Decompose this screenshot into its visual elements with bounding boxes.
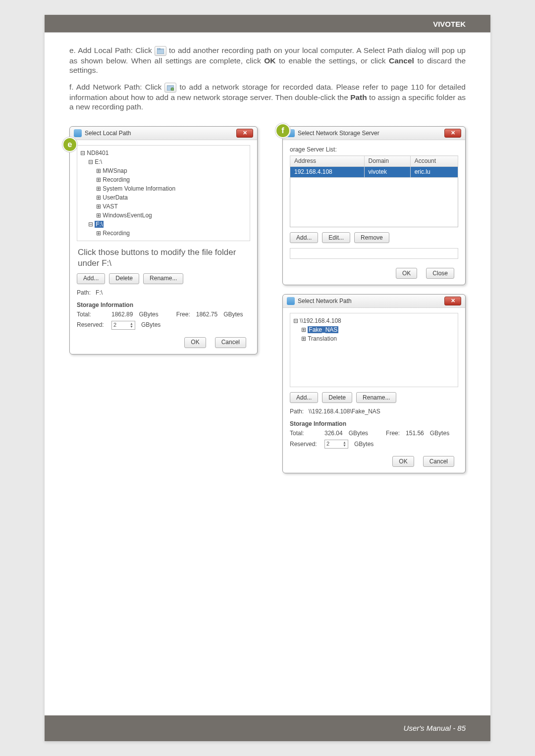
tree-node[interactable]: Translation — [308, 335, 337, 342]
dialog-select-local-path: Select Local Path ✕ ⊟ ND8401 ⊟ E:\ ⊞ MWS… — [69, 126, 258, 354]
folder-local-icon — [155, 46, 166, 56]
app-icon — [287, 297, 295, 305]
path-value: \\192.168.4.108\Fake_NAS — [309, 408, 380, 415]
tree-node[interactable]: Recording — [103, 230, 130, 237]
unit: GBytes — [349, 430, 368, 437]
free-label: Free: — [386, 430, 400, 437]
delete-button[interactable]: Delete — [109, 273, 139, 284]
add-button[interactable]: Add... — [290, 392, 318, 403]
page-footer: User's Manual - 85 — [404, 724, 466, 732]
dialog-select-network-storage-server: Select Network Storage Server ✕ orage Se… — [282, 126, 466, 285]
text: to enable the settings, or click — [279, 56, 389, 65]
reserved-value: 2 — [113, 322, 116, 329]
tree-node-selected[interactable]: F:\ — [95, 221, 104, 228]
storage-info-title: Storage Information — [290, 420, 458, 428]
folder-tree[interactable]: ⊟ \\192.168.4.108 ⊞ Fake_NAS ⊞ Translati… — [290, 313, 458, 387]
tree-node[interactable]: System Volume Information — [103, 185, 175, 192]
footer-text: User's Manual - 85 — [404, 724, 466, 732]
header-bar: VIVOTEK — [45, 15, 490, 33]
free-label: Free: — [176, 311, 190, 318]
close-icon[interactable]: ✕ — [444, 297, 461, 305]
reserved-label: Reserved: — [290, 441, 319, 448]
svg-rect-1 — [157, 48, 160, 50]
total-value: 1862.89 — [111, 311, 133, 318]
server-table-empty-area — [290, 178, 458, 227]
close-button[interactable]: Close — [426, 268, 454, 279]
col-address[interactable]: Address — [290, 156, 365, 167]
rename-button[interactable]: Rename... — [356, 392, 396, 403]
server-list-label: orage Server List: — [290, 145, 458, 155]
brand-label: VIVOTEK — [433, 20, 466, 28]
folder-tree[interactable]: ⊟ ND8401 ⊟ E:\ ⊞ MWSnap ⊞ Recording ⊞ Sy… — [77, 145, 250, 241]
cancel-button[interactable]: Cancel — [423, 456, 454, 467]
unit: GBytes — [354, 441, 374, 448]
add-button[interactable]: Add... — [77, 273, 105, 284]
reserved-stepper[interactable]: 2 ▲▼ — [324, 440, 348, 449]
svg-point-3 — [171, 88, 174, 91]
text: f. Add Network Path: Click — [69, 83, 164, 91]
close-icon[interactable]: ✕ — [444, 129, 461, 138]
cell-address: 192.168.4.108 — [290, 167, 365, 178]
stepper-arrows-icon[interactable]: ▲▼ — [343, 441, 346, 447]
paragraph-e: e. Add Local Path: Click to add another … — [69, 46, 466, 75]
tree-node[interactable]: UserData — [103, 194, 128, 201]
edit-button[interactable]: Edit... — [322, 232, 350, 243]
ok-button[interactable]: OK — [184, 337, 206, 348]
reserved-stepper[interactable]: 2 ▲▼ — [111, 321, 135, 330]
ok-button[interactable]: OK — [396, 268, 417, 279]
unit: GBytes — [430, 430, 449, 437]
cell-account: eric.lu — [410, 167, 458, 178]
dialog-title: Select Network Path — [298, 298, 352, 305]
reserved-value: 2 — [326, 441, 329, 448]
total-label: Total: — [290, 430, 319, 437]
paragraph-f: f. Add Network Path: Click to add a netw… — [69, 82, 466, 112]
col-domain[interactable]: Domain — [364, 156, 410, 167]
path-input[interactable] — [290, 248, 458, 259]
ok-button[interactable]: OK — [392, 456, 414, 467]
storage-info-title: Storage Information — [77, 302, 250, 309]
unit: GBytes — [223, 311, 243, 318]
tree-node[interactable]: ND8401 — [87, 150, 108, 156]
folder-network-icon — [164, 83, 176, 93]
tree-node[interactable]: MWSnap — [103, 167, 127, 174]
remove-button[interactable]: Remove — [354, 232, 389, 243]
add-button[interactable]: Add... — [290, 232, 318, 243]
dialog-title: Select Network Storage Server — [298, 130, 379, 137]
cancel-button[interactable]: Cancel — [215, 337, 246, 348]
annotation-caption: Click those buttons to modify the file f… — [78, 247, 250, 268]
text-cancel: Cancel — [389, 56, 414, 65]
tree-node[interactable]: WindowsEventLog — [103, 212, 152, 219]
tree-node[interactable]: E:\ — [95, 158, 102, 165]
tree-node-selected[interactable]: Fake_NAS — [308, 326, 338, 333]
path-label: Path: — [77, 289, 91, 296]
free-value: 1862.75 — [196, 311, 217, 318]
col-account[interactable]: Account — [410, 156, 458, 167]
table-row[interactable]: 192.168.4.108 vivotek eric.lu — [290, 167, 458, 178]
path-label: Path: — [290, 408, 304, 415]
tree-node[interactable]: Recording — [103, 176, 130, 183]
text-path: Path — [350, 93, 367, 101]
tree-node[interactable]: \\192.168.4.108 — [300, 317, 341, 324]
total-value: 326.04 — [324, 430, 343, 437]
stepper-arrows-icon[interactable]: ▲▼ — [130, 322, 133, 328]
reserved-label: Reserved: — [77, 321, 106, 329]
delete-button[interactable]: Delete — [322, 392, 352, 403]
dialog-title: Select Local Path — [85, 130, 131, 137]
tree-node[interactable]: VAST — [103, 203, 117, 210]
dialog-select-network-path: Select Network Path ✕ ⊟ \\192.168.4.108 … — [282, 294, 466, 473]
close-icon[interactable]: ✕ — [236, 129, 253, 138]
app-icon — [74, 129, 82, 137]
free-value: 151.56 — [406, 430, 424, 437]
unit: GBytes — [141, 321, 160, 329]
rename-button[interactable]: Rename... — [143, 273, 183, 284]
cell-domain: vivotek — [364, 167, 410, 178]
server-table[interactable]: Address Domain Account 192.168.4.108 viv… — [290, 155, 458, 178]
unit: GBytes — [139, 311, 158, 318]
path-value: F:\ — [96, 289, 103, 296]
total-label: Total: — [77, 311, 106, 318]
text-ok: OK — [264, 56, 275, 65]
text: e. Add Local Path: Click — [69, 46, 155, 54]
